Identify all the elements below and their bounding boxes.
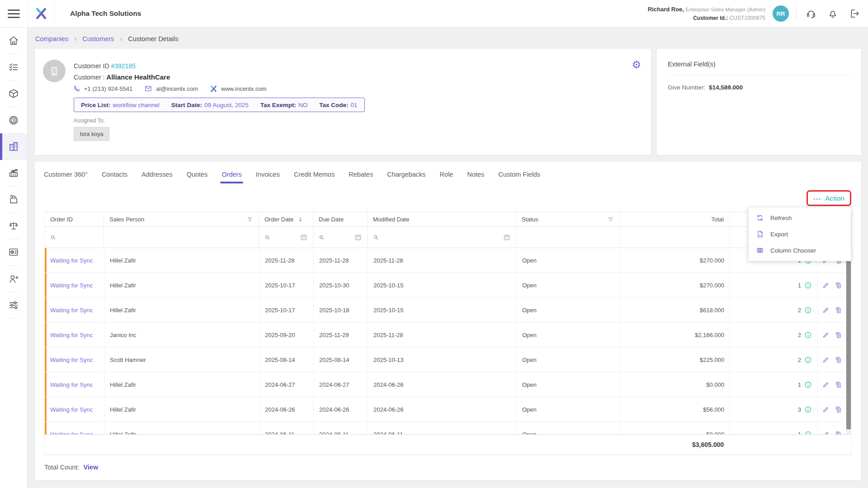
menu-item-refresh[interactable]: Refresh: [749, 210, 851, 226]
sidebar-item-reports[interactable]: [0, 239, 27, 266]
tab-chargebacks[interactable]: Chargebacks: [387, 171, 425, 183]
col-header-modified-date[interactable]: Modified Date: [368, 212, 516, 227]
order-id-link[interactable]: Waiting for Sync: [50, 282, 93, 289]
edit-pencil-icon[interactable]: [822, 306, 830, 314]
customer-website[interactable]: www.incentx.com: [210, 85, 266, 93]
action-button[interactable]: ••• Action: [813, 194, 844, 202]
tab-orders[interactable]: Orders: [222, 171, 241, 183]
sidebar-item-pricing[interactable]: $: [0, 107, 27, 134]
copy-document-icon[interactable]: [835, 431, 842, 435]
breadcrumb-customers[interactable]: Customers: [82, 35, 114, 42]
search-status-input[interactable]: [516, 227, 620, 248]
search-icon: [264, 234, 271, 241]
sidebar-item-prospects[interactable]: [0, 266, 27, 292]
sidebar-item-products[interactable]: [0, 80, 27, 107]
search-due-date-input[interactable]: [313, 227, 368, 248]
cell-order-id: Waiting for Sync: [45, 372, 104, 397]
edit-pencil-icon[interactable]: [822, 331, 830, 339]
edit-pencil-icon[interactable]: [822, 406, 830, 413]
copy-document-icon[interactable]: [835, 406, 842, 413]
order-id-link[interactable]: Waiting for Sync: [50, 381, 93, 388]
sidebar-item-claims[interactable]: [0, 213, 27, 239]
tab-notes[interactable]: Notes: [467, 171, 484, 183]
copy-document-icon[interactable]: [835, 381, 842, 389]
hamburger-menu-icon[interactable]: [0, 0, 28, 28]
tab-customer-360-[interactable]: Customer 360°: [44, 171, 88, 183]
order-id-link[interactable]: Waiting for Sync: [50, 406, 93, 413]
tab-invoices[interactable]: Invoices: [256, 171, 280, 183]
notifications-bell-icon[interactable]: [827, 8, 838, 19]
tab-addresses[interactable]: Addresses: [142, 171, 173, 183]
info-icon[interactable]: [804, 356, 812, 364]
col-header-order-id[interactable]: Order ID: [44, 212, 104, 227]
order-id-link[interactable]: Waiting for Sync: [50, 307, 93, 314]
report-card-icon: [8, 246, 19, 258]
col-header-order-date[interactable]: Order Date↓: [259, 212, 313, 227]
vertical-scrollbar[interactable]: [846, 248, 851, 434]
search-modified-date-input[interactable]: [368, 227, 516, 248]
order-id-link[interactable]: Waiting for Sync: [50, 257, 93, 264]
brand-logo[interactable]: [28, 0, 54, 28]
copy-document-icon[interactable]: [835, 306, 842, 314]
info-icon[interactable]: [804, 431, 812, 435]
cell-total: $2,166.000: [620, 323, 730, 347]
col-header-sales-person[interactable]: Sales Person: [104, 212, 259, 227]
col-header-due-date[interactable]: Due Date: [313, 212, 368, 227]
sidebar-item-customers[interactable]: [0, 133, 27, 160]
order-id-link[interactable]: Waiting for Sync: [50, 332, 93, 338]
sidebar-item-settings[interactable]: [0, 292, 27, 319]
calendar-icon[interactable]: [354, 233, 362, 241]
menu-item-column-chooser[interactable]: Column Chooser: [749, 242, 851, 258]
tab-contacts[interactable]: Contacts: [102, 171, 127, 183]
logout-icon[interactable]: [849, 8, 860, 19]
support-headset-icon[interactable]: [806, 8, 816, 19]
info-icon[interactable]: [804, 406, 812, 413]
info-icon[interactable]: [804, 381, 812, 389]
info-icon[interactable]: [804, 331, 812, 339]
copy-document-icon[interactable]: [835, 282, 842, 289]
copy-document-icon[interactable]: [835, 356, 842, 364]
sidebar-item-tasks[interactable]: [0, 54, 27, 81]
search-order-id-input[interactable]: [44, 227, 104, 248]
breadcrumb-companies[interactable]: Companies: [35, 35, 68, 42]
edit-pencil-icon[interactable]: [822, 282, 830, 289]
tab-role[interactable]: Role: [440, 171, 453, 183]
col-header-status[interactable]: Status: [516, 212, 620, 227]
scrollbar-thumb[interactable]: [846, 249, 851, 429]
calendar-icon[interactable]: [503, 233, 511, 241]
avatar[interactable]: RR: [773, 5, 789, 22]
order-id-link[interactable]: Waiting for Sync: [50, 357, 93, 363]
orders-table: Order ID Sales Person Order Date↓ Due Da…: [44, 212, 852, 455]
tab-quotes[interactable]: Quotes: [187, 171, 208, 183]
search-total-input[interactable]: [620, 227, 730, 248]
customer-id-number[interactable]: #392185: [111, 62, 136, 70]
sidebar-item-home[interactable]: [0, 28, 27, 54]
info-icon[interactable]: [804, 282, 812, 289]
calendar-icon[interactable]: [300, 233, 308, 241]
order-id-link[interactable]: Waiting for Sync: [50, 431, 93, 435]
customer-email[interactable]: al@incentx.com: [144, 84, 198, 93]
col-header-total[interactable]: Total: [620, 212, 730, 227]
tab-credit-memos[interactable]: Credit Memos: [294, 171, 335, 183]
cell-order-date: 2024-06-27: [259, 372, 314, 397]
sidebar-item-billing[interactable]: [0, 160, 27, 187]
total-count-view-link[interactable]: View: [83, 464, 98, 471]
filter-funnel-icon[interactable]: [607, 216, 614, 223]
search-order-date-input[interactable]: [259, 227, 313, 248]
gear-icon[interactable]: ⚙: [632, 59, 641, 70]
tab-custom-fields[interactable]: Custom Fields: [498, 171, 540, 183]
menu-item-export[interactable]: XLS Export: [749, 226, 851, 242]
cell-order-date: 2025-09-20: [259, 323, 314, 347]
copy-document-icon[interactable]: [835, 331, 842, 339]
info-icon[interactable]: [804, 306, 812, 314]
edit-pencil-icon[interactable]: [822, 356, 830, 364]
edit-pencil-icon[interactable]: [822, 381, 830, 389]
filter-funnel-icon[interactable]: [246, 216, 253, 223]
edit-pencil-icon[interactable]: [822, 431, 830, 435]
search-sales-person-input[interactable]: [104, 227, 259, 248]
dollar-coin-icon: $: [8, 114, 19, 126]
tab-rebates[interactable]: Rebates: [349, 171, 373, 183]
sort-desc-icon[interactable]: ↓: [298, 216, 303, 223]
sidebar-item-purchases[interactable]: [0, 186, 27, 213]
cell-total: $618.000: [620, 298, 730, 322]
